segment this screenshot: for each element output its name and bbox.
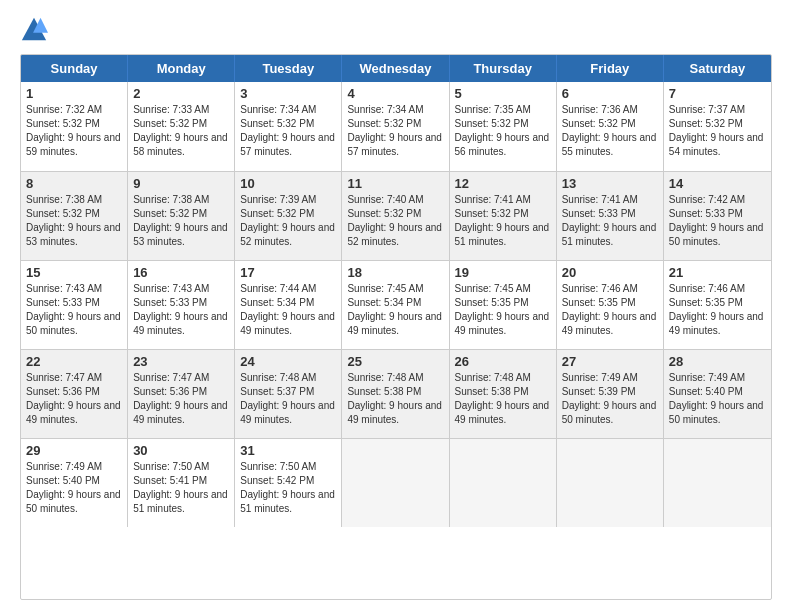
day-info: Sunrise: 7:47 AM Sunset: 5:36 PM Dayligh… [26, 371, 122, 427]
day-number: 1 [26, 86, 122, 101]
calendar-week: 8 Sunrise: 7:38 AM Sunset: 5:32 PM Dayli… [21, 171, 771, 260]
day-number: 25 [347, 354, 443, 369]
day-info: Sunrise: 7:49 AM Sunset: 5:40 PM Dayligh… [669, 371, 766, 427]
day-info: Sunrise: 7:48 AM Sunset: 5:38 PM Dayligh… [347, 371, 443, 427]
calendar-cell: 30 Sunrise: 7:50 AM Sunset: 5:41 PM Dayl… [128, 439, 235, 527]
day-info: Sunrise: 7:38 AM Sunset: 5:32 PM Dayligh… [26, 193, 122, 249]
calendar-cell: 18 Sunrise: 7:45 AM Sunset: 5:34 PM Dayl… [342, 261, 449, 349]
day-number: 4 [347, 86, 443, 101]
day-number: 2 [133, 86, 229, 101]
day-info: Sunrise: 7:48 AM Sunset: 5:38 PM Dayligh… [455, 371, 551, 427]
day-number: 18 [347, 265, 443, 280]
day-number: 8 [26, 176, 122, 191]
weekday-header: Monday [128, 55, 235, 82]
day-number: 31 [240, 443, 336, 458]
day-info: Sunrise: 7:50 AM Sunset: 5:42 PM Dayligh… [240, 460, 336, 516]
calendar-week: 29 Sunrise: 7:49 AM Sunset: 5:40 PM Dayl… [21, 438, 771, 527]
calendar-cell: 13 Sunrise: 7:41 AM Sunset: 5:33 PM Dayl… [557, 172, 664, 260]
day-info: Sunrise: 7:39 AM Sunset: 5:32 PM Dayligh… [240, 193, 336, 249]
calendar-cell: 24 Sunrise: 7:48 AM Sunset: 5:37 PM Dayl… [235, 350, 342, 438]
day-number: 29 [26, 443, 122, 458]
calendar-cell [450, 439, 557, 527]
day-number: 11 [347, 176, 443, 191]
calendar-cell: 5 Sunrise: 7:35 AM Sunset: 5:32 PM Dayli… [450, 82, 557, 171]
day-number: 28 [669, 354, 766, 369]
day-info: Sunrise: 7:40 AM Sunset: 5:32 PM Dayligh… [347, 193, 443, 249]
day-info: Sunrise: 7:46 AM Sunset: 5:35 PM Dayligh… [562, 282, 658, 338]
day-number: 12 [455, 176, 551, 191]
day-number: 22 [26, 354, 122, 369]
day-info: Sunrise: 7:36 AM Sunset: 5:32 PM Dayligh… [562, 103, 658, 159]
day-number: 15 [26, 265, 122, 280]
day-info: Sunrise: 7:34 AM Sunset: 5:32 PM Dayligh… [347, 103, 443, 159]
day-info: Sunrise: 7:46 AM Sunset: 5:35 PM Dayligh… [669, 282, 766, 338]
day-info: Sunrise: 7:34 AM Sunset: 5:32 PM Dayligh… [240, 103, 336, 159]
calendar-cell: 28 Sunrise: 7:49 AM Sunset: 5:40 PM Dayl… [664, 350, 771, 438]
calendar-cell: 31 Sunrise: 7:50 AM Sunset: 5:42 PM Dayl… [235, 439, 342, 527]
day-number: 19 [455, 265, 551, 280]
day-info: Sunrise: 7:42 AM Sunset: 5:33 PM Dayligh… [669, 193, 766, 249]
calendar-cell: 15 Sunrise: 7:43 AM Sunset: 5:33 PM Dayl… [21, 261, 128, 349]
day-info: Sunrise: 7:38 AM Sunset: 5:32 PM Dayligh… [133, 193, 229, 249]
calendar-cell: 21 Sunrise: 7:46 AM Sunset: 5:35 PM Dayl… [664, 261, 771, 349]
day-number: 26 [455, 354, 551, 369]
day-info: Sunrise: 7:50 AM Sunset: 5:41 PM Dayligh… [133, 460, 229, 516]
calendar-cell: 23 Sunrise: 7:47 AM Sunset: 5:36 PM Dayl… [128, 350, 235, 438]
day-number: 30 [133, 443, 229, 458]
calendar-cell: 20 Sunrise: 7:46 AM Sunset: 5:35 PM Dayl… [557, 261, 664, 349]
day-number: 24 [240, 354, 336, 369]
calendar-cell: 12 Sunrise: 7:41 AM Sunset: 5:32 PM Dayl… [450, 172, 557, 260]
calendar-week: 1 Sunrise: 7:32 AM Sunset: 5:32 PM Dayli… [21, 82, 771, 171]
calendar-cell: 8 Sunrise: 7:38 AM Sunset: 5:32 PM Dayli… [21, 172, 128, 260]
day-info: Sunrise: 7:32 AM Sunset: 5:32 PM Dayligh… [26, 103, 122, 159]
calendar-week: 15 Sunrise: 7:43 AM Sunset: 5:33 PM Dayl… [21, 260, 771, 349]
weekday-header: Wednesday [342, 55, 449, 82]
day-number: 13 [562, 176, 658, 191]
calendar-cell: 27 Sunrise: 7:49 AM Sunset: 5:39 PM Dayl… [557, 350, 664, 438]
calendar-cell: 25 Sunrise: 7:48 AM Sunset: 5:38 PM Dayl… [342, 350, 449, 438]
calendar-cell [557, 439, 664, 527]
calendar-cell: 9 Sunrise: 7:38 AM Sunset: 5:32 PM Dayli… [128, 172, 235, 260]
calendar-header: SundayMondayTuesdayWednesdayThursdayFrid… [21, 55, 771, 82]
logo-icon [20, 16, 48, 44]
day-number: 5 [455, 86, 551, 101]
calendar-cell [342, 439, 449, 527]
day-number: 16 [133, 265, 229, 280]
weekday-header: Sunday [21, 55, 128, 82]
header [20, 16, 772, 44]
calendar-cell: 17 Sunrise: 7:44 AM Sunset: 5:34 PM Dayl… [235, 261, 342, 349]
day-info: Sunrise: 7:37 AM Sunset: 5:32 PM Dayligh… [669, 103, 766, 159]
calendar-body: 1 Sunrise: 7:32 AM Sunset: 5:32 PM Dayli… [21, 82, 771, 527]
calendar-cell: 10 Sunrise: 7:39 AM Sunset: 5:32 PM Dayl… [235, 172, 342, 260]
calendar-cell: 7 Sunrise: 7:37 AM Sunset: 5:32 PM Dayli… [664, 82, 771, 171]
weekday-header: Friday [557, 55, 664, 82]
calendar-cell: 2 Sunrise: 7:33 AM Sunset: 5:32 PM Dayli… [128, 82, 235, 171]
weekday-header: Thursday [450, 55, 557, 82]
calendar-cell: 4 Sunrise: 7:34 AM Sunset: 5:32 PM Dayli… [342, 82, 449, 171]
page: SundayMondayTuesdayWednesdayThursdayFrid… [0, 0, 792, 612]
day-info: Sunrise: 7:49 AM Sunset: 5:40 PM Dayligh… [26, 460, 122, 516]
calendar: SundayMondayTuesdayWednesdayThursdayFrid… [20, 54, 772, 600]
day-number: 14 [669, 176, 766, 191]
day-info: Sunrise: 7:45 AM Sunset: 5:35 PM Dayligh… [455, 282, 551, 338]
day-number: 27 [562, 354, 658, 369]
day-number: 17 [240, 265, 336, 280]
calendar-cell: 11 Sunrise: 7:40 AM Sunset: 5:32 PM Dayl… [342, 172, 449, 260]
calendar-cell: 1 Sunrise: 7:32 AM Sunset: 5:32 PM Dayli… [21, 82, 128, 171]
day-info: Sunrise: 7:43 AM Sunset: 5:33 PM Dayligh… [133, 282, 229, 338]
day-info: Sunrise: 7:48 AM Sunset: 5:37 PM Dayligh… [240, 371, 336, 427]
calendar-cell: 19 Sunrise: 7:45 AM Sunset: 5:35 PM Dayl… [450, 261, 557, 349]
calendar-cell: 14 Sunrise: 7:42 AM Sunset: 5:33 PM Dayl… [664, 172, 771, 260]
day-info: Sunrise: 7:41 AM Sunset: 5:33 PM Dayligh… [562, 193, 658, 249]
day-number: 9 [133, 176, 229, 191]
calendar-cell: 22 Sunrise: 7:47 AM Sunset: 5:36 PM Dayl… [21, 350, 128, 438]
calendar-cell: 6 Sunrise: 7:36 AM Sunset: 5:32 PM Dayli… [557, 82, 664, 171]
day-number: 10 [240, 176, 336, 191]
day-number: 7 [669, 86, 766, 101]
day-info: Sunrise: 7:44 AM Sunset: 5:34 PM Dayligh… [240, 282, 336, 338]
day-info: Sunrise: 7:49 AM Sunset: 5:39 PM Dayligh… [562, 371, 658, 427]
weekday-header: Saturday [664, 55, 771, 82]
day-number: 20 [562, 265, 658, 280]
calendar-cell: 16 Sunrise: 7:43 AM Sunset: 5:33 PM Dayl… [128, 261, 235, 349]
calendar-cell: 29 Sunrise: 7:49 AM Sunset: 5:40 PM Dayl… [21, 439, 128, 527]
